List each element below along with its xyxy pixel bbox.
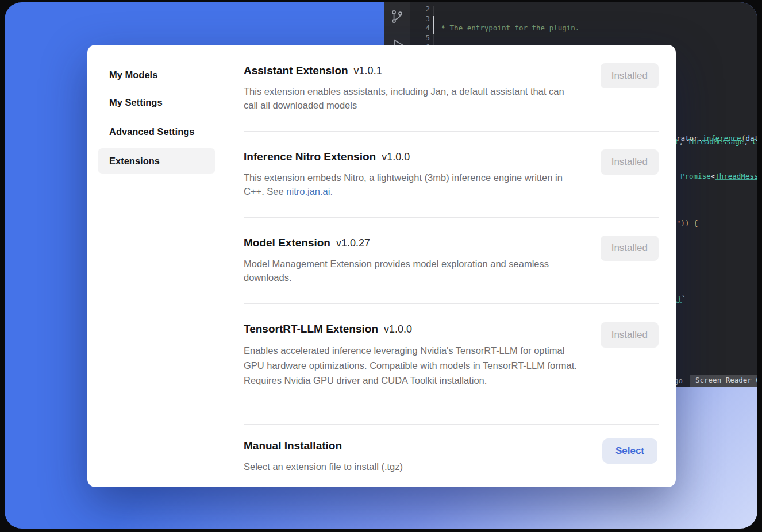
extension-title: Model Extensionv1.0.27: [244, 235, 370, 251]
select-file-button[interactable]: Select: [602, 438, 657, 464]
installed-badge: Installed: [601, 322, 659, 348]
extension-title: TensortRT-LLM Extensionv1.0.0: [244, 321, 412, 337]
text-cursor: [433, 16, 434, 34]
row-divider: [244, 131, 659, 132]
extension-title: Inference Nitro Extensionv1.0.0: [244, 149, 410, 165]
extension-title: Assistant Extensionv1.0.1: [244, 63, 382, 79]
manual-installation-title: Manual Installation: [244, 438, 342, 453]
nitro-jan-ai-link[interactable]: nitro.jan.ai.: [286, 186, 333, 196]
sidebar-item-label: Extensions: [109, 156, 160, 167]
sidebar-item-label: Advanced Settings: [109, 126, 195, 137]
code-fragment-promise: Promise<ThreadMessage>: [680, 172, 757, 180]
installed-badge: Installed: [601, 63, 659, 88]
row-divider: [244, 303, 659, 304]
source-control-icon[interactable]: [390, 9, 405, 24]
extension-version: v1.0.0: [382, 151, 410, 163]
screen-reader-optimized-chip[interactable]: Screen Reader Optimized: [690, 375, 757, 387]
row-divider: [244, 424, 659, 425]
extension-version: v1.0.27: [336, 237, 370, 249]
extension-version: v1.0.1: [354, 65, 382, 76]
extension-version: v1.0.0: [384, 323, 412, 335]
sidebar-item-advanced-settings[interactable]: Advanced Settings: [98, 119, 215, 144]
extension-description: Enables accelerated inference leveraging…: [244, 343, 580, 388]
row-divider: [244, 217, 659, 218]
settings-sidebar: My Models My Settings Advanced Settings …: [87, 45, 224, 487]
sidebar-item-extensions[interactable]: Extensions: [98, 148, 215, 174]
sidebar-item-my-models[interactable]: My Models: [98, 62, 215, 87]
extensions-list: Assistant Extensionv1.0.1 This extension…: [244, 45, 659, 487]
extension-description: This extension embeds Nitro, a lightweig…: [244, 171, 580, 198]
extension-description: This extension enables assistants, inclu…: [244, 84, 580, 112]
code-fragment-inference: rator.inference(data));: [676, 134, 757, 142]
sidebar-item-label: My Settings: [109, 97, 163, 108]
sidebar-item-my-settings[interactable]: My Settings: [98, 90, 215, 115]
installed-badge: Installed: [601, 149, 659, 175]
installed-badge: Installed: [601, 236, 659, 261]
extension-description: Model Management Extension provides mode…: [244, 257, 580, 284]
settings-modal: My Models My Settings Advanced Settings …: [87, 45, 676, 487]
code-line-2: * The entrypoint for the plugin.: [437, 24, 757, 33]
manual-installation-description: Select an extension file to install (.tg…: [244, 460, 580, 473]
screenshot-frame: 2 3 4 5 6 * The entrypoint for the plugi…: [5, 2, 757, 529]
sidebar-item-label: My Models: [109, 70, 157, 80]
code-fragment-brace: ")) {: [676, 219, 698, 228]
